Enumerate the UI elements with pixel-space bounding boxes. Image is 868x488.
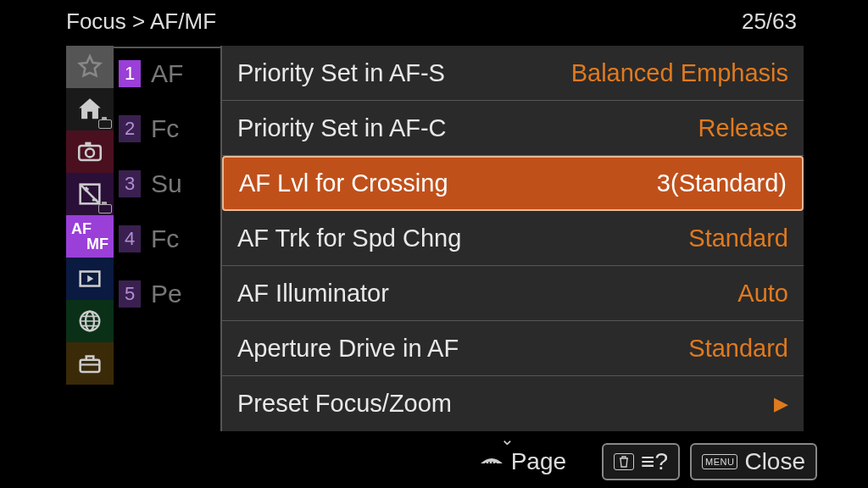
help-button[interactable]: ≡?: [602, 443, 680, 480]
settings-list: Priority Set in AF-S Balanced Emphasis P…: [220, 46, 804, 431]
sub-page-5[interactable]: 5 Pe: [119, 266, 220, 321]
sub-page-4[interactable]: 4 Fc: [119, 211, 220, 266]
setting-label: Priority Set in AF-C: [237, 114, 447, 142]
sub-page-number: 4: [119, 225, 141, 252]
toolbox-icon: [75, 349, 104, 378]
network-tab[interactable]: [66, 300, 114, 342]
camera-badge-icon: [98, 119, 112, 129]
sub-page-label: Fc: [151, 114, 179, 143]
shooting-tab[interactable]: [66, 130, 114, 173]
playback-icon: [75, 264, 104, 293]
sub-page-2[interactable]: 2 Fc: [119, 101, 220, 156]
setting-value: Standard: [688, 225, 788, 252]
star-icon: [75, 53, 104, 81]
bottom-bar: Page ≡? MENU Close: [0, 441, 868, 483]
afmf-mf-label: MF: [86, 236, 108, 252]
setting-label: Aperture Drive in AF: [237, 335, 459, 363]
sub-page-3[interactable]: 3 Su: [119, 156, 220, 211]
breadcrumb-current: AF/MF: [150, 8, 216, 34]
page-control[interactable]: Page: [477, 448, 566, 475]
camera-badge-icon: [98, 204, 112, 214]
setting-af-illuminator[interactable]: AF Illuminator Auto: [222, 266, 804, 321]
setting-value: Balanced Emphasis: [571, 59, 788, 87]
sub-page-label: AF: [151, 59, 183, 88]
setting-preset-focus-zoom[interactable]: Preset Focus/Zoom ▶: [222, 376, 804, 431]
menu-chip-icon: MENU: [702, 454, 737, 469]
sub-page-number: 2: [119, 115, 141, 142]
sub-page-number: 1: [119, 60, 141, 87]
setting-label: Priority Set in AF-S: [237, 59, 445, 87]
breadcrumb-parent: Focus: [66, 8, 126, 34]
svg-point-1: [86, 148, 94, 157]
breadcrumb: Focus > AF/MF: [66, 8, 804, 42]
sub-page-number: 3: [119, 170, 141, 197]
svg-rect-2: [85, 142, 91, 146]
playback-tab[interactable]: [66, 258, 114, 300]
exposure-tab[interactable]: [66, 173, 114, 215]
breadcrumb-sep: >: [132, 8, 145, 34]
svg-rect-7: [81, 360, 100, 372]
setting-priority-afs[interactable]: Priority Set in AF-S Balanced Emphasis: [222, 46, 804, 101]
setting-label: AF Trk for Spd Chng: [237, 225, 461, 252]
setting-aperture-drive[interactable]: Aperture Drive in AF Standard: [222, 321, 804, 376]
close-button[interactable]: MENU Close: [690, 443, 817, 480]
favorites-tab[interactable]: [66, 46, 114, 88]
home-tab[interactable]: [66, 88, 114, 130]
page-counter: 25/63: [742, 8, 797, 35]
focus-tab[interactable]: AF MF: [66, 215, 114, 258]
help-hint-label: ≡?: [641, 448, 668, 475]
page-label: Page: [511, 448, 566, 475]
afmf-af-label: AF: [71, 221, 92, 236]
setting-value: 3(Standard): [657, 169, 787, 197]
setup-tab[interactable]: [66, 342, 114, 385]
sub-page-list: 1 AF 2 Fc 3 Su 4 Fc 5 Pe: [119, 46, 220, 321]
trash-icon: [614, 453, 634, 470]
submenu-arrow-icon: ▶: [774, 393, 788, 415]
setting-af-lvl-crossing[interactable]: AF Lvl for Crossing 3(Standard): [222, 156, 804, 211]
setting-value: Auto: [737, 280, 788, 308]
setting-af-trk-spd[interactable]: AF Trk for Spd Chng Standard: [222, 211, 804, 266]
close-label: Close: [744, 448, 805, 475]
setting-label: Preset Focus/Zoom: [237, 390, 452, 418]
setting-label: AF Lvl for Crossing: [239, 169, 448, 197]
sub-page-label: Pe: [151, 280, 182, 308]
sub-page-number: 5: [119, 280, 141, 308]
setting-value: Release: [698, 114, 788, 142]
sub-page-1[interactable]: 1 AF: [119, 46, 220, 101]
sub-page-label: Su: [151, 169, 182, 198]
sub-page-label: Fc: [151, 225, 179, 253]
camera-icon: [75, 137, 104, 166]
setting-label: AF Illuminator: [237, 280, 389, 308]
globe-icon: [75, 307, 104, 336]
setting-priority-afc[interactable]: Priority Set in AF-C Release: [222, 101, 804, 156]
category-icon-strip: AF MF: [66, 46, 114, 385]
setting-value: Standard: [688, 335, 788, 363]
dial-icon: [477, 452, 506, 472]
